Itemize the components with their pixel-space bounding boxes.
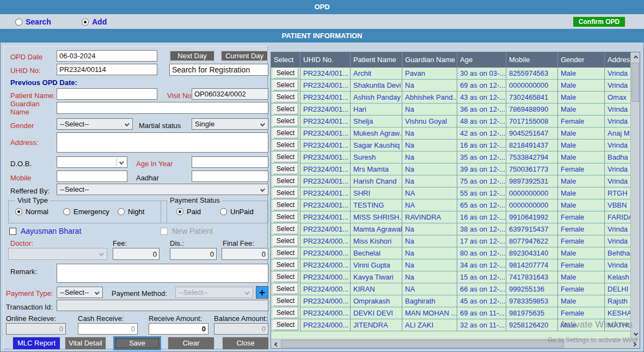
cell-guardian: MAN MOHAN ... (402, 307, 457, 319)
cell-address: RTGH (605, 187, 631, 199)
add-payment-method-button[interactable]: + (256, 286, 268, 299)
patient-name-input[interactable] (57, 88, 157, 100)
remark-input[interactable] (57, 264, 268, 283)
visit-type-emergency-radio[interactable]: Emergency (63, 208, 109, 216)
aadhar-input[interactable] (192, 171, 268, 182)
vital-detail-button[interactable]: Vital Detail (65, 337, 106, 350)
new-patient-checkbox[interactable]: New Patient (161, 227, 213, 235)
select-row-button[interactable]: Select (273, 104, 298, 114)
select-cell: Select (271, 175, 300, 187)
uhid-input[interactable] (57, 64, 157, 75)
cell-mobile: 7417831643 (506, 271, 558, 283)
select-row-button[interactable]: Select (273, 164, 298, 174)
visit-type-emergency-label: Emergency (73, 208, 109, 216)
dob-datepicker[interactable] (57, 156, 127, 168)
payment-status-label: Payment Status (168, 196, 222, 204)
cell-address: Omax (605, 92, 631, 104)
visit-type-normal-radio[interactable]: Normal (15, 208, 48, 216)
select-row-button[interactable]: Select (273, 116, 298, 126)
select-row-button[interactable]: Select (273, 308, 298, 318)
select-row-button[interactable]: Select (273, 272, 298, 282)
search-radio[interactable]: Search (15, 17, 51, 26)
address-input[interactable] (57, 132, 268, 153)
horizontal-scrollbar[interactable] (271, 339, 640, 348)
final-fee-input[interactable] (222, 248, 268, 260)
balance-amount-input[interactable] (214, 323, 268, 335)
select-row-button[interactable]: Select (273, 224, 298, 234)
select-row-button[interactable]: Select (273, 296, 298, 306)
payment-status-paid-label: Paid (187, 208, 201, 216)
mobile-input[interactable] (57, 171, 127, 182)
cell-age: 17 as on 12-... (457, 235, 506, 247)
select-row-button[interactable]: Select (273, 152, 298, 162)
payment-status-paid-radio[interactable]: Paid (176, 208, 201, 216)
save-button[interactable]: Save (113, 336, 161, 350)
horizontal-scrollbar-thumb[interactable] (281, 340, 564, 348)
cell-patient: Archit (351, 68, 402, 80)
select-row-button[interactable]: Select (273, 284, 298, 294)
cell-mobile: 9814207774 (506, 259, 558, 271)
clear-button[interactable]: Clear (168, 337, 214, 350)
select-row-button[interactable]: Select (273, 320, 298, 330)
select-row-button[interactable]: Select (273, 128, 298, 138)
marital-status-select[interactable]: Single (192, 118, 268, 130)
select-row-button[interactable]: Select (273, 260, 298, 270)
scroll-down-icon[interactable] (631, 330, 640, 339)
next-day-button[interactable]: Next Day (169, 50, 215, 62)
select-row-button[interactable]: Select (273, 80, 298, 90)
patient-name-label: Patient Name: (10, 92, 55, 100)
cell-address: Vrinda (605, 68, 631, 80)
visit-no-input[interactable] (192, 88, 268, 100)
payment-method-select[interactable]: --Select-- (175, 287, 253, 298)
confirm-opd-button[interactable]: Confirm OPD (572, 16, 626, 28)
scroll-right-icon[interactable] (630, 339, 640, 349)
transaction-id-input[interactable] (57, 300, 268, 311)
dis-input[interactable] (170, 248, 217, 260)
table-row: SelectPR2324/001...HariNa36 as on 12-...… (271, 104, 630, 116)
select-row-button[interactable]: Select (273, 68, 298, 78)
close-button[interactable]: Close (222, 337, 269, 350)
current-day-button[interactable]: Current Day (220, 50, 268, 62)
cell-patient: Vinni Gupta (351, 259, 402, 271)
select-row-button[interactable]: Select (273, 140, 298, 150)
vertical-scrollbar-thumb[interactable] (631, 63, 639, 102)
select-row-button[interactable]: Select (273, 236, 298, 246)
search-registration-input[interactable] (169, 64, 268, 76)
select-row-button[interactable]: Select (273, 188, 298, 198)
add-radio[interactable]: Add (82, 17, 107, 26)
fee-input[interactable] (113, 248, 160, 260)
payment-type-select[interactable]: --Select-- (57, 287, 103, 298)
gender-select[interactable]: --Select-- (57, 118, 133, 130)
scroll-up-icon[interactable] (631, 52, 640, 62)
select-row-button[interactable]: Select (273, 212, 298, 222)
guardian-name-label: Guardian Name (10, 100, 48, 116)
mlc-report-button[interactable]: MLC Report (13, 337, 60, 350)
cell-uhid: PR2324/001... (300, 151, 351, 163)
reffered-by-select[interactable]: --Select-- (57, 184, 268, 195)
aayusman-bharat-checkbox[interactable]: Aayusman Bharat (9, 227, 81, 235)
new-patient-label: New Patient (172, 227, 213, 235)
select-row-button[interactable]: Select (273, 176, 298, 186)
guardian-name-input[interactable] (57, 102, 268, 114)
select-row-button[interactable]: Select (273, 200, 298, 210)
cell-mobile: 8077947622 (506, 235, 558, 247)
select-row-button[interactable]: Select (273, 248, 298, 258)
dob-label: D.O.B. (10, 160, 32, 168)
receive-amount-input[interactable] (149, 323, 208, 335)
cell-age: 36 as on 12-... (457, 104, 506, 116)
payment-status-unpaid-radio[interactable]: UnPaid (220, 208, 254, 216)
select-row-button[interactable]: Select (273, 92, 298, 102)
opd-date-input[interactable] (57, 50, 157, 62)
visit-type-night-radio[interactable]: Night (118, 208, 144, 216)
patient-information-header: PATIENT INFORMATION (0, 29, 644, 43)
age-in-year-input[interactable] (192, 156, 268, 168)
vertical-scrollbar[interactable] (630, 52, 640, 339)
doctor-select[interactable] (8, 248, 107, 260)
select-cell: Select (271, 319, 300, 331)
online-receive-input[interactable] (6, 323, 66, 335)
cash-receive-input[interactable] (78, 323, 138, 335)
scroll-left-icon[interactable] (271, 339, 280, 349)
select-cell: Select (271, 271, 300, 283)
mobile-label: Mobile (10, 174, 31, 182)
cell-guardian: NA (402, 187, 457, 199)
